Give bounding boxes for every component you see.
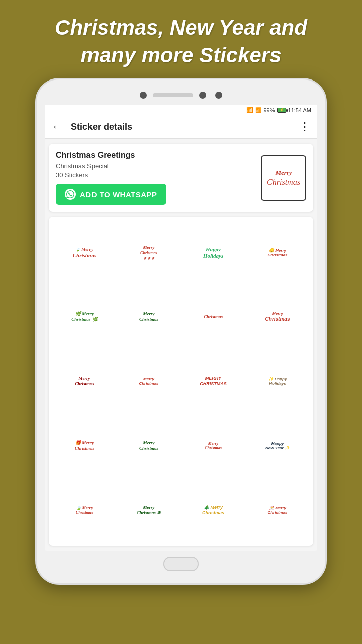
back-button[interactable]: ←: [52, 120, 63, 133]
list-item: 🎄 MerryChristmas: [183, 479, 244, 541]
list-item: MerryChristmas: [54, 351, 115, 412]
list-item: MerryChristmas: [183, 415, 244, 476]
pack-subtitle: Christmas Special: [56, 162, 255, 170]
list-item: MerryChristmas❄ ❄ ❄: [118, 222, 179, 283]
list-item: 🎁 MerryChristmas: [54, 415, 115, 476]
sticker-grid: 🍃 MerryChristmas MerryChristmas❄ ❄ ❄ Hap…: [54, 222, 308, 541]
screen-title: Sticker details: [71, 122, 299, 132]
list-item: MerryChristmas: [118, 286, 179, 348]
pack-name: Christmas Greetings: [56, 151, 255, 160]
signal-bars: 📶: [255, 107, 261, 113]
thumbnail-text: Merry Christmas: [265, 167, 302, 190]
list-item: 🍃 MerryChristmas: [54, 479, 115, 541]
list-item: MerryChristmas ❄: [118, 479, 179, 541]
speaker: [153, 93, 193, 97]
list-item: MerryChristmas: [247, 286, 308, 348]
app-bar: ← Sticker details ⋮: [45, 115, 317, 139]
list-item: HappyHolidays: [183, 222, 244, 283]
sticker-pack-card: Christmas Greetings Christmas Special 30…: [49, 144, 313, 212]
pack-count: 30 Stickers: [56, 171, 255, 179]
battery-icon: ⚡: [277, 108, 286, 113]
camera-dot-2: [215, 92, 222, 99]
battery-percent: 99%: [263, 107, 275, 113]
sticker-pack-info: Christmas Greetings Christmas Special 30…: [56, 151, 255, 205]
charging-bolt: ⚡: [279, 108, 284, 112]
list-item: 🎅 MerryChristmas: [247, 479, 308, 541]
background-title: Christmas, New Year and many more Sticke…: [35, 0, 327, 78]
list-item: 🌿 MerryChristmas 🌿: [54, 286, 115, 348]
time-display: 11:54 AM: [288, 107, 311, 113]
list-item: MERRYCHRISTMAS: [183, 351, 244, 412]
more-options-button[interactable]: ⋮: [299, 120, 310, 133]
phone-mockup: 📶 📶 99% ⚡ 11:54 AM ← Sticker details ⋮ C…: [35, 78, 327, 585]
list-item: Christmas: [183, 286, 244, 348]
whatsapp-icon: [65, 189, 76, 200]
home-button[interactable]: [163, 557, 199, 571]
status-bar: 📶 📶 99% ⚡ 11:54 AM: [45, 105, 317, 115]
phone-top-bar: [45, 88, 317, 105]
front-camera: [140, 92, 147, 99]
list-item: 😊 MerryChristmas: [247, 222, 308, 283]
list-item: HappyNew Year ✨: [247, 415, 308, 476]
wifi-icon: 📶: [246, 107, 253, 113]
sticker-grid-container: 🍃 MerryChristmas MerryChristmas❄ ❄ ❄ Hap…: [49, 217, 313, 546]
add-to-whatsapp-button[interactable]: ADD TO WHATSAPP: [56, 184, 166, 205]
pack-thumbnail: Merry Christmas: [261, 155, 306, 201]
camera-dot-1: [199, 92, 206, 99]
add-button-label: ADD TO WHATSAPP: [80, 190, 157, 199]
phone-screen: 📶 📶 99% ⚡ 11:54 AM ← Sticker details ⋮ C…: [45, 105, 317, 551]
phone-bottom: [45, 551, 317, 575]
list-item: MerryChristmas: [118, 351, 179, 412]
list-item: MerryChristmas: [118, 415, 179, 476]
list-item: 🍃 MerryChristmas: [54, 222, 115, 283]
list-item: ✨ HappyHolidays: [247, 351, 308, 412]
